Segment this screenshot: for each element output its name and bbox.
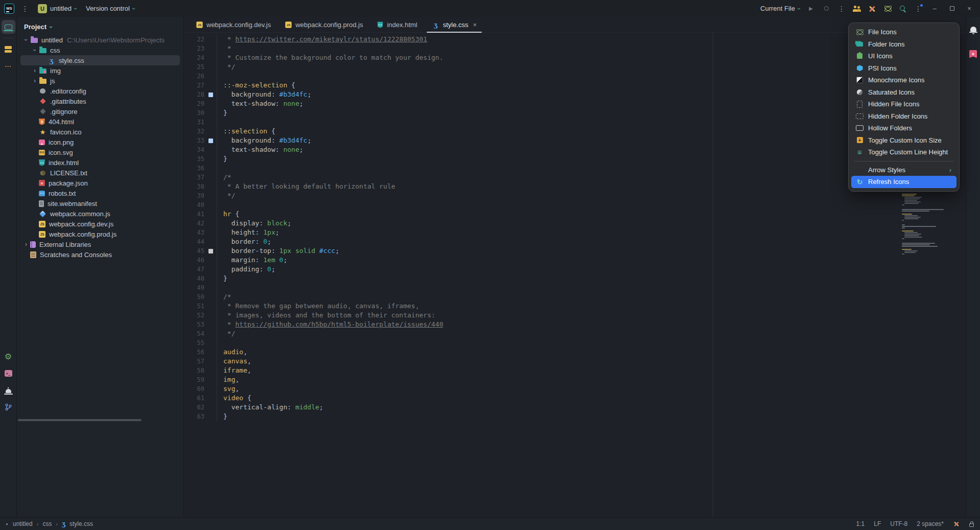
code-line[interactable]: 54 */ [184, 329, 966, 338]
settings-menu-button[interactable]: ⋮ [912, 3, 925, 15]
code-line[interactable]: 43 height: 1px; [184, 228, 966, 237]
code-line[interactable]: 44 border: 0; [184, 237, 966, 246]
menu-item-refresh-icons[interactable]: Refresh Icons [851, 176, 956, 188]
status-item[interactable]: LF [874, 520, 881, 527]
tree-row-package-json[interactable]: npackage.json [17, 178, 183, 188]
menu-item-monochrome-icons[interactable]: Monochrome Icons [851, 74, 956, 86]
project-panel-header[interactable]: Project › [17, 17, 183, 35]
tree-chevron-icon[interactable]: › [22, 36, 30, 44]
commit-tool-button[interactable] [2, 42, 15, 56]
menu-item-saturated-icons[interactable]: Saturated Icons [851, 86, 956, 99]
tree-row-site-webmanifest[interactable]: site.webmanifest [17, 198, 183, 209]
code-line[interactable]: 58iframe, [184, 366, 966, 375]
tree-row-favicon-ico[interactable]: ★favicon.ico [17, 127, 183, 137]
search-everywhere-button[interactable] [896, 3, 909, 15]
code-line[interactable]: 48} [184, 274, 966, 283]
project-widget-button[interactable]: U untitled › [36, 3, 79, 15]
breadcrumb-item[interactable]: style.css [69, 520, 93, 527]
build-tools-button[interactable] [866, 3, 879, 15]
code-line[interactable]: 63} [184, 412, 966, 421]
code-line[interactable]: 42 display: block; [184, 219, 966, 228]
main-menu-button[interactable]: ⋮ [19, 3, 31, 14]
tree-row-404-html[interactable]: 5404.html [17, 117, 183, 127]
code-line[interactable]: 41hr { [184, 210, 966, 219]
tree-chevron-icon[interactable]: › [31, 77, 39, 84]
tree-row-img[interactable]: ›img [17, 65, 183, 76]
tree-row--gitignore[interactable]: .gitignore [17, 106, 183, 117]
code-line[interactable]: 45 border-top: 1px solid #ccc; [184, 246, 966, 256]
git-tool-button[interactable] [2, 400, 15, 414]
code-line[interactable]: 46 margin: 1em 0; [184, 256, 966, 265]
menu-item-psi-icons[interactable]: PSI Icons [851, 62, 956, 75]
menu-item-hidden-file-icons[interactable]: Hidden File Icons [851, 98, 956, 110]
tree-row--gitattributes[interactable]: .gitattributes [17, 96, 183, 106]
menu-item-toggle-custom-line-height[interactable]: Toggle Custom Line Height [851, 146, 956, 158]
tree-row-index-html[interactable]: <>index.html [17, 157, 183, 168]
menu-item-hollow-folders[interactable]: Hollow Folders [851, 122, 956, 134]
tree-row-webpack-common-js[interactable]: webpack.common.js [17, 209, 183, 219]
tree-row-untitled[interactable]: ›untitledC:\Users\User\WebstormProjects [17, 35, 183, 45]
menu-item-toggle-custom-icon-size[interactable]: Toggle Custom Icon Size [851, 134, 956, 147]
horizontal-scrollbar[interactable] [18, 419, 142, 421]
code-line[interactable]: 47 padding: 0; [184, 265, 966, 274]
code-line[interactable]: 52 * images, videos and the bottom of th… [184, 311, 966, 320]
code-line[interactable]: 55 [184, 338, 966, 348]
settings-tool-button[interactable]: ⚙ [2, 350, 15, 363]
tree-row-icon-png[interactable]: ▲icon.png [17, 137, 183, 147]
tab-close-icon[interactable]: × [473, 21, 477, 29]
menu-item-arrow-styles[interactable]: Arrow Styles› [851, 164, 956, 176]
tree-row-webpack-config-dev-js[interactable]: JSwebpack.config.dev.js [17, 219, 183, 229]
tree-row--editorconfig[interactable]: .editorconfig [17, 86, 183, 96]
editor-tab[interactable]: JSwebpack.config.dev.js [189, 17, 278, 32]
run-button[interactable]: ▶ [804, 3, 818, 15]
tree-chevron-icon[interactable]: › [22, 241, 30, 248]
tree-chevron-icon[interactable]: › [31, 46, 38, 54]
tree-row-license-txt[interactable]: ©LICENSE.txt [17, 168, 183, 178]
menu-item-folder-icons[interactable]: Folder Icons [851, 38, 956, 51]
code-line[interactable]: 40 [184, 200, 966, 210]
vcs-widget-button[interactable]: Version control › [84, 3, 137, 14]
code-line[interactable]: 53 * https://github.com/h5bp/html5-boile… [184, 320, 966, 329]
more-run-actions-button[interactable]: ⋮ [835, 3, 848, 15]
tree-row-js[interactable]: ›js [17, 76, 183, 86]
tree-row-icon-svg[interactable]: SVGicon.svg [17, 147, 183, 157]
tree-row-webpack-config-prod-js[interactable]: JSwebpack.config.prod.js [17, 229, 183, 239]
menu-item-ui-icons[interactable]: UI Icons [851, 50, 956, 62]
code-line[interactable]: 56audio, [184, 348, 966, 357]
terminal-tool-button[interactable]: >_ [2, 366, 15, 380]
status-tools-icon[interactable] [953, 521, 959, 526]
minimize-button[interactable]: – [927, 2, 942, 15]
editor-tab[interactable]: <>index.html [370, 17, 424, 32]
code-line[interactable]: 62 vertical-align: middle; [184, 403, 966, 412]
notifications-button[interactable] [966, 22, 980, 36]
breadcrumb-item[interactable]: css [42, 520, 52, 527]
tree-row-scratches-and-consoles[interactable]: Scratches and Consoles [17, 249, 183, 260]
services-tool-button[interactable] [2, 383, 15, 397]
atom-material-button[interactable] [881, 3, 894, 15]
editor-tab[interactable]: ʒstyle.css× [425, 17, 484, 32]
tree-row-robots-txt[interactable]: robots.txt [17, 188, 183, 198]
tree-row-external-libraries[interactable]: ›External Libraries [17, 239, 183, 249]
maximize-button[interactable] [944, 2, 960, 15]
code-line[interactable]: 61video { [184, 394, 966, 403]
more-tools-button[interactable]: ⋯ [2, 59, 15, 73]
code-with-me-button[interactable] [850, 3, 864, 15]
code-line[interactable]: 39 */ [184, 191, 966, 200]
editor-tab[interactable]: JSwebpack.config.prod.js [278, 17, 370, 32]
debug-button[interactable] [820, 3, 833, 15]
tree-row-css[interactable]: ›css [17, 45, 183, 55]
code-line[interactable]: 49 [184, 283, 966, 292]
run-config-button[interactable]: Current File › [758, 3, 802, 14]
close-button[interactable]: × [962, 2, 977, 15]
code-line[interactable]: 51 * Remove the gap between audio, canva… [184, 302, 966, 311]
code-line[interactable]: 59img, [184, 375, 966, 384]
menu-item-hidden-folder-icons[interactable]: Hidden Folder Icons [851, 110, 956, 123]
tree-row-style-css[interactable]: ʒstyle.css [17, 55, 183, 65]
menu-item-file-icons[interactable]: File Icons [851, 26, 956, 38]
code-line[interactable]: 57canvas, [184, 357, 966, 366]
breadcrumb-item[interactable]: untitled [13, 520, 33, 527]
code-line[interactable]: 60svg, [184, 384, 966, 394]
status-item[interactable]: 2 spaces* [917, 520, 944, 527]
code-line[interactable]: 50/* [184, 292, 966, 302]
lock-icon[interactable] [969, 523, 974, 527]
